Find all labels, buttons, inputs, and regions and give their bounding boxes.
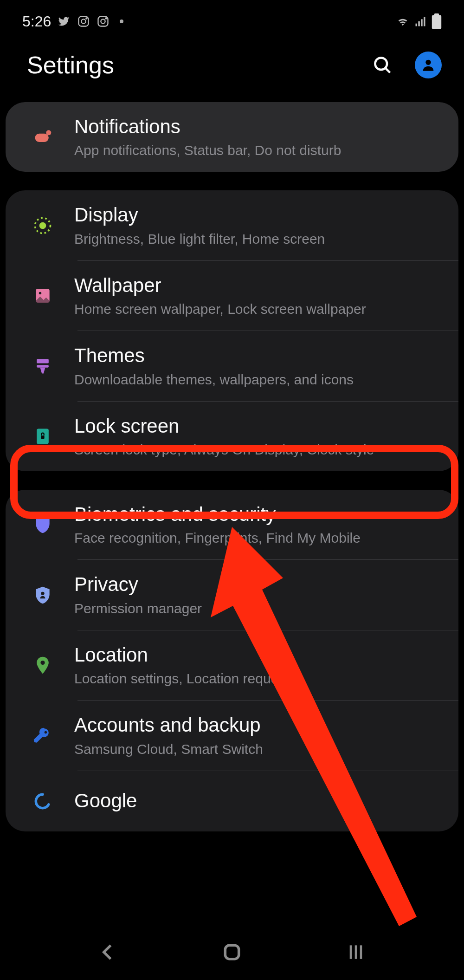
svg-rect-7 (418, 21, 420, 26)
settings-row-display[interactable]: Display Brightness, Blue light filter, H… (6, 190, 458, 260)
search-icon (372, 55, 393, 75)
location-icon (24, 655, 61, 675)
google-icon (24, 791, 61, 811)
svg-point-26 (40, 661, 45, 665)
row-title: Themes (74, 344, 440, 367)
svg-point-27 (45, 731, 47, 734)
row-subtitle: Brightness, Blue light filter, Home scre… (74, 231, 440, 247)
svg-line-13 (386, 68, 390, 72)
row-subtitle: Location settings, Location requests (74, 670, 440, 687)
settings-row-accounts[interactable]: Accounts and backup Samsung Cloud, Smart… (6, 701, 458, 770)
settings-row-themes[interactable]: Themes Downloadable themes, wallpapers, … (6, 331, 458, 401)
nav-bar (0, 924, 464, 980)
row-title: Lock screen (74, 415, 440, 438)
row-title: Location (74, 643, 440, 667)
svg-point-1 (82, 19, 86, 23)
settings-row-location[interactable]: Location Location settings, Location req… (6, 630, 458, 700)
more-notifications-dot (120, 19, 123, 23)
svg-rect-21 (37, 359, 49, 363)
settings-group: Biometrics and security Face recognition… (6, 490, 458, 831)
settings-group: Display Brightness, Blue light filter, H… (6, 190, 458, 471)
status-bar: 5:26 (0, 0, 464, 37)
header: Settings (0, 37, 464, 102)
row-subtitle: App notifications, Status bar, Do not di… (74, 142, 440, 159)
svg-rect-24 (41, 435, 44, 439)
svg-point-17 (39, 222, 46, 229)
svg-point-25 (41, 591, 44, 595)
row-title: Accounts and backup (74, 714, 440, 737)
home-icon (222, 942, 242, 962)
row-text: Biometrics and security Face recognition… (74, 503, 440, 546)
row-title: Display (74, 203, 440, 227)
row-title: Biometrics and security (74, 503, 440, 526)
row-title: Google (74, 789, 440, 812)
settings-row-biometrics[interactable]: Biometrics and security Face recognition… (6, 490, 458, 559)
settings-row-lockscreen[interactable]: Lock screen Screen lock type, Always On … (6, 402, 458, 471)
svg-rect-10 (432, 15, 441, 29)
accounts-icon (24, 725, 61, 746)
wifi-icon (396, 15, 409, 28)
row-text: Location Location settings, Location req… (74, 643, 440, 687)
page-title: Settings (27, 51, 114, 79)
recent-icon (346, 942, 366, 962)
row-text: Notifications App notifications, Status … (74, 115, 440, 159)
settings-group: Notifications App notifications, Status … (6, 102, 458, 172)
settings-row-wallpaper[interactable]: Wallpaper Home screen wallpaper, Lock sc… (6, 261, 458, 331)
instagram-icon-2 (97, 15, 110, 28)
row-title: Notifications (74, 115, 440, 138)
settings-row-privacy[interactable]: Privacy Permission manager (6, 560, 458, 630)
row-text: Privacy Permission manager (74, 573, 440, 617)
svg-point-16 (46, 130, 51, 136)
row-subtitle: Screen lock type, Always On Display, Clo… (74, 441, 440, 458)
battery-icon (432, 13, 442, 29)
themes-icon (24, 356, 61, 376)
settings-row-google[interactable]: Google (6, 771, 458, 831)
row-text: Lock screen Screen lock type, Always On … (74, 415, 440, 458)
nav-back-button[interactable] (98, 942, 118, 962)
privacy-icon (24, 585, 61, 605)
nav-recent-button[interactable] (346, 942, 366, 962)
profile-icon (420, 57, 436, 73)
biometrics-icon (24, 514, 61, 535)
row-text: Google (74, 789, 440, 812)
row-text: Display Brightness, Blue light filter, H… (74, 203, 440, 247)
row-title: Wallpaper (74, 274, 440, 297)
lockscreen-icon (24, 426, 61, 447)
row-text: Wallpaper Home screen wallpaper, Lock sc… (74, 274, 440, 318)
nav-home-button[interactable] (222, 942, 242, 962)
svg-point-20 (39, 292, 42, 295)
svg-rect-11 (434, 13, 439, 16)
svg-rect-15 (35, 134, 49, 142)
settings-row-notifications[interactable]: Notifications App notifications, Status … (6, 102, 458, 172)
row-subtitle: Home screen wallpaper, Lock screen wallp… (74, 301, 440, 318)
signal-icon (414, 15, 427, 28)
search-button[interactable] (372, 55, 393, 75)
svg-point-12 (375, 58, 387, 70)
svg-rect-8 (421, 19, 423, 26)
svg-rect-6 (416, 24, 418, 26)
svg-rect-9 (424, 17, 425, 26)
svg-rect-22 (37, 365, 49, 368)
display-icon (24, 215, 61, 236)
profile-button[interactable] (415, 52, 442, 78)
svg-point-14 (425, 60, 431, 65)
row-text: Themes Downloadable themes, wallpapers, … (74, 344, 440, 388)
twitter-icon (58, 15, 71, 28)
row-subtitle: Samsung Cloud, Smart Switch (74, 741, 440, 758)
status-time: 5:26 (22, 13, 51, 30)
instagram-icon (77, 15, 90, 28)
svg-point-2 (86, 18, 87, 19)
row-text: Accounts and backup Samsung Cloud, Smart… (74, 714, 440, 757)
wallpaper-icon (24, 286, 61, 306)
notifications-icon (24, 127, 61, 147)
row-title: Privacy (74, 573, 440, 596)
row-subtitle: Downloadable themes, wallpapers, and ico… (74, 371, 440, 388)
svg-rect-29 (225, 945, 238, 959)
row-subtitle: Face recognition, Fingerprints, Find My … (74, 530, 440, 546)
row-subtitle: Permission manager (74, 600, 440, 617)
svg-point-5 (106, 18, 107, 19)
back-icon (98, 942, 118, 962)
svg-point-4 (101, 19, 105, 23)
